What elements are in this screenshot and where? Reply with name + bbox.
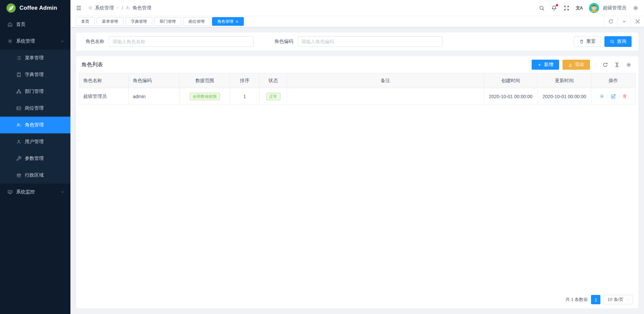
tab-dict-management[interactable]: 字典管理 (125, 17, 152, 26)
row-edit-icon[interactable] (611, 94, 616, 99)
cell-actions (591, 88, 636, 105)
column-header-actions: 操作 (591, 73, 636, 88)
cell-role-name: 超级管理员 (79, 88, 129, 105)
refresh-icon[interactable] (601, 62, 609, 68)
tab-role-management[interactable]: 角色管理 (212, 17, 244, 26)
chevron-down-icon (116, 6, 119, 10)
team-icon (16, 122, 21, 128)
page-size-select[interactable]: 10 条/页 (604, 295, 633, 304)
sidebar-item-label: 岗位管理 (25, 105, 44, 111)
breadcrumb-role-management[interactable]: 角色管理 (125, 5, 151, 11)
sidebar-item-home[interactable]: 首页 (0, 16, 70, 33)
sidebar-item-label: 部门管理 (25, 88, 44, 95)
breadcrumb-system-management[interactable]: 系统管理 (88, 5, 119, 11)
sidebar-item-dept-management[interactable]: 部门管理 (0, 83, 70, 100)
bell-icon[interactable] (551, 5, 557, 11)
reset-button-label: 重置 (586, 39, 596, 45)
sidebar-item-label: 系统监控 (16, 189, 35, 195)
user-name[interactable]: 超级管理员 (603, 5, 626, 11)
avatar[interactable] (589, 3, 599, 13)
sidebar-submenu-system: 菜单管理 字典管理 部门管理 岗位管理 角色管理 用户管理 (0, 50, 70, 184)
notification-badge (556, 4, 558, 6)
sidebar-item-label: 字典管理 (25, 72, 44, 78)
card-title: 角色列表 (82, 61, 103, 68)
sidebar-item-post-management[interactable]: 岗位管理 (0, 100, 70, 117)
cell-updated-at: 2020-10-01 00:00:00 (538, 88, 591, 105)
tabs-bar: 首页 菜单管理 字典管理 部门管理 岗位管理 角色管理 (70, 16, 644, 27)
search-icon[interactable] (539, 5, 545, 11)
org-tree-icon (16, 89, 21, 94)
sidebar-item-system-management[interactable]: 系统管理 (0, 33, 70, 50)
list-icon (16, 55, 21, 61)
cell-role-code: admin (129, 88, 180, 105)
app-root: Coffee Admin 首页 系统管理 菜单管理 字典管理 部门管理 (0, 0, 644, 314)
query-button[interactable]: 查询 (604, 36, 632, 47)
menu-fold-icon[interactable] (76, 5, 82, 11)
toolbar-divider (595, 62, 596, 67)
export-button[interactable]: 导出 (562, 60, 590, 70)
chevron-down-icon[interactable] (617, 16, 631, 27)
fullscreen-icon[interactable] (564, 5, 570, 11)
total-count-text: 共 1 条数据 (566, 297, 588, 303)
cell-remark (287, 88, 484, 105)
cell-created-at: 2020-10-01 00:00:00 (484, 88, 538, 105)
chevron-up-icon (60, 39, 64, 43)
bank-icon (16, 173, 21, 178)
breadcrumb-separator: / (122, 5, 123, 11)
dictionary-icon (16, 72, 21, 77)
sidebar-item-label: 用户管理 (25, 139, 44, 145)
sidebar-item-param-management[interactable]: 参数管理 (0, 150, 70, 167)
monitor-icon (7, 189, 13, 195)
sidebar-item-role-management[interactable]: 角色管理 (0, 117, 70, 133)
search-icon (610, 39, 614, 44)
export-button-label: 导出 (575, 62, 584, 68)
reset-button[interactable]: 重置 (574, 36, 601, 47)
role-name-input[interactable] (109, 36, 254, 47)
breadcrumb-label: 角色管理 (132, 5, 151, 11)
tab-controls (604, 16, 644, 27)
plus-icon (537, 63, 542, 67)
sidebar-item-menu-management[interactable]: 菜单管理 (0, 50, 70, 66)
tab-dept-management[interactable]: 部门管理 (154, 17, 181, 26)
column-header-data-scope: 数据范围 (180, 73, 230, 88)
sidebar: Coffee Admin 首页 系统管理 菜单管理 字典管理 部门管理 (0, 0, 70, 314)
role-table: 角色名称 角色编码 数据范围 排序 状态 备注 创建时间 更新时间 操作 (79, 73, 636, 105)
role-code-input[interactable] (298, 36, 442, 47)
translate-icon[interactable]: 文A (576, 5, 583, 11)
tab-label: 岗位管理 (189, 19, 205, 24)
sidebar-item-label: 首页 (16, 21, 25, 27)
app-logo: Coffee Admin (0, 0, 70, 16)
sidebar-item-user-management[interactable]: 用户管理 (0, 133, 70, 150)
chevron-down-icon (60, 190, 64, 194)
sidebar-item-system-monitor[interactable]: 系统监控 (0, 184, 70, 200)
cell-status: 正常 (260, 88, 287, 105)
sidebar-item-dict-management[interactable]: 字典管理 (0, 66, 70, 83)
main-area: 系统管理 / 角色管理 文A 超级管理员 首页 (70, 0, 644, 314)
search-form-card: 角色名称 角色编码 重置 查询 (76, 33, 638, 51)
sidebar-item-region-management[interactable]: 行政区域 (0, 167, 70, 184)
tab-post-management[interactable]: 岗位管理 (183, 17, 210, 26)
download-icon (568, 63, 573, 67)
close-icon[interactable] (235, 20, 238, 23)
column-header-sort: 排序 (230, 73, 260, 88)
row-density-icon[interactable] (613, 62, 621, 68)
breadcrumb-label: 系统管理 (95, 5, 114, 11)
page-button-1[interactable]: 1 (591, 295, 600, 304)
column-header-status: 状态 (260, 73, 287, 88)
cell-sort: 1 (230, 88, 260, 105)
refresh-icon[interactable] (604, 16, 617, 27)
tab-menu-management[interactable]: 菜单管理 (97, 17, 123, 26)
add-button[interactable]: 新增 (532, 60, 559, 70)
gear-icon[interactable] (633, 5, 639, 11)
role-list-card: 角色列表 新增 导出 (76, 56, 638, 308)
sidebar-item-label: 系统管理 (16, 38, 35, 44)
row-permission-gear-icon[interactable] (599, 94, 604, 99)
tab-label: 部门管理 (160, 19, 176, 24)
action-divider (619, 94, 619, 99)
tab-home[interactable]: 首页 (76, 17, 95, 26)
table-row: 超级管理员 admin 全部数据权限 1 正常 2020-10-01 00:00… (79, 88, 636, 105)
column-settings-gear-icon[interactable] (625, 62, 633, 68)
column-header-created-at: 创建时间 (484, 73, 538, 88)
row-delete-icon[interactable] (622, 94, 627, 99)
maximize-icon[interactable] (631, 16, 644, 27)
